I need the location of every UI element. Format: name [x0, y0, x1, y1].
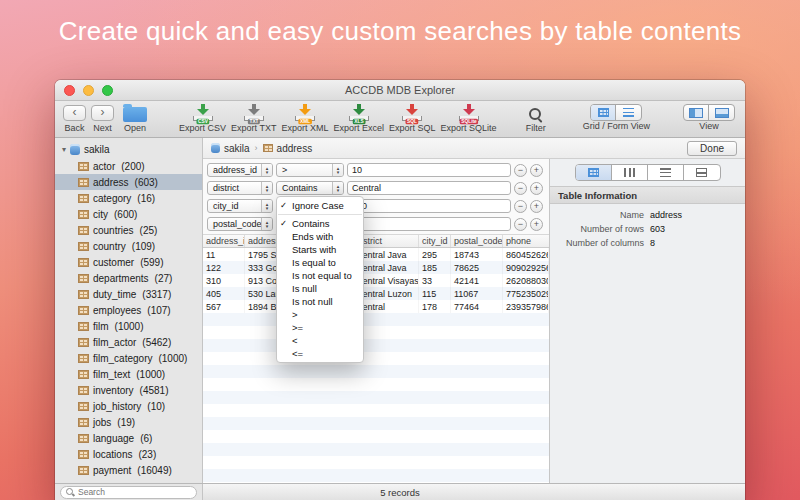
- sidebar-item-customer[interactable]: customer(599): [55, 254, 202, 270]
- add-filter-button[interactable]: +: [530, 182, 543, 195]
- sidebar-item-job_history[interactable]: job_history(10): [55, 398, 202, 414]
- table-row[interactable]: 122333 GoiniaCentral Java185786259090292…: [203, 261, 549, 274]
- filter-field-dropdown[interactable]: city_id▴▾: [207, 199, 273, 213]
- sidebar-search-input[interactable]: [78, 487, 191, 497]
- menu-item-is-not-equal-to[interactable]: Is not equal to: [277, 269, 363, 282]
- titlebar[interactable]: ACCDB MDB Explorer: [55, 80, 745, 101]
- sidebar-item-locations[interactable]: locations(23): [55, 446, 202, 462]
- sidebar-item-address[interactable]: address(603): [55, 174, 202, 190]
- next-button[interactable]: ›: [91, 105, 114, 121]
- menu-item-op[interactable]: >: [277, 308, 363, 321]
- sidebar-item-inventory[interactable]: inventory(4581): [55, 382, 202, 398]
- sidebar-item-departments[interactable]: departments(27): [55, 270, 202, 286]
- menu-item-is-not-null[interactable]: Is not null: [277, 295, 363, 308]
- export-sql-button[interactable]: SQLExport SQL: [389, 103, 436, 133]
- sidebar-item-countries[interactable]: countries(25): [55, 222, 202, 238]
- filter-value-input[interactable]: [347, 163, 511, 177]
- filter-field-dropdown[interactable]: address_id▴▾: [207, 163, 273, 177]
- remove-filter-button[interactable]: −: [514, 164, 527, 177]
- sidebar-item-city[interactable]: city(600): [55, 206, 202, 222]
- filter-value-input[interactable]: [347, 217, 511, 231]
- filter-operator-dropdown[interactable]: >▴▾: [276, 163, 344, 177]
- stepper-icon: ▴▾: [261, 200, 272, 212]
- open-label: Open: [124, 123, 146, 133]
- sidebar-item-country[interactable]: country(109): [55, 238, 202, 254]
- export-xls-button[interactable]: XLSExport Excel: [333, 103, 384, 133]
- info-field-label: Name: [556, 209, 644, 221]
- sidebar-item-label: film_text: [93, 369, 130, 380]
- sidebar-item-payment[interactable]: payment(16049): [55, 462, 202, 478]
- back-button[interactable]: ‹: [63, 105, 86, 121]
- table-row[interactable]: 111795 SantiaCentral Java295187438604526…: [203, 248, 549, 261]
- remove-filter-button[interactable]: −: [514, 200, 527, 213]
- sidebar-item-category[interactable]: category(16): [55, 190, 202, 206]
- table-row[interactable]: 405530 LausanCentral Luzon11511067775235…: [203, 287, 549, 300]
- menu-item-op[interactable]: <=: [277, 347, 363, 360]
- sidebar-search-zone: [55, 484, 203, 500]
- menu-item-op[interactable]: <: [277, 334, 363, 347]
- grid-form-view-item: Grid / Form View: [583, 103, 650, 131]
- filter-field-dropdown[interactable]: postal_code▴▾: [207, 217, 273, 231]
- tab-rows[interactable]: [648, 165, 684, 180]
- column-header-address-id[interactable]: address_id: [203, 235, 245, 247]
- close-window-button[interactable]: [64, 85, 75, 96]
- sidebar-item-sakila[interactable]: ▾ sakila: [55, 141, 202, 158]
- checkmark-icon: ✓: [280, 199, 287, 212]
- tab-table-info[interactable]: [576, 165, 612, 180]
- sidebar-layout-button[interactable]: [684, 105, 709, 120]
- table-row[interactable]: 310913 CoacalCentral Visayas334214126208…: [203, 274, 549, 287]
- menu-item-op[interactable]: >=: [277, 321, 363, 334]
- menu-item-starts-with[interactable]: Starts with: [277, 243, 363, 256]
- export-icon-wrap: XLS: [346, 103, 372, 123]
- filter-operator-dropdown[interactable]: Contains▴▾: [276, 181, 344, 195]
- grid-view-button[interactable]: [591, 105, 616, 120]
- export-csv-button[interactable]: CSVExport CSV: [179, 103, 226, 133]
- filter-field-dropdown[interactable]: district▴▾: [207, 181, 273, 195]
- export-txt-button[interactable]: TXTExport TXT: [231, 103, 276, 133]
- sidebar-item-actor[interactable]: actor(200): [55, 158, 202, 174]
- sidebar-item-count: (5462): [142, 337, 171, 348]
- open-button-item[interactable]: Open: [123, 103, 147, 133]
- remove-filter-button[interactable]: −: [514, 218, 527, 231]
- add-filter-button[interactable]: +: [530, 164, 543, 177]
- minimize-window-button[interactable]: [83, 85, 94, 96]
- menu-item-contains[interactable]: ✓Contains: [277, 217, 363, 230]
- sidebar-item-employees[interactable]: employees(107): [55, 302, 202, 318]
- bottombar-layout-button[interactable]: [709, 105, 734, 120]
- window-body: ▾ sakila actor(200)address(603)category(…: [55, 138, 745, 483]
- filter-value-input[interactable]: [347, 199, 511, 213]
- menu-item-ignore-case[interactable]: ✓ Ignore Case: [277, 199, 363, 212]
- breadcrumb-root[interactable]: sakila: [211, 143, 250, 154]
- column-header-city-id[interactable]: city_id: [419, 235, 451, 247]
- filter-value-input[interactable]: [347, 181, 511, 195]
- sidebar-search-field[interactable]: [60, 486, 197, 499]
- column-header-phone[interactable]: phone: [503, 235, 549, 247]
- sidebar-item-film_text[interactable]: film_text(1000): [55, 366, 202, 382]
- breadcrumb-table[interactable]: address: [263, 143, 313, 154]
- form-view-button[interactable]: [616, 105, 641, 120]
- back-button-item[interactable]: ‹ Back: [63, 103, 86, 133]
- add-filter-button[interactable]: +: [530, 218, 543, 231]
- column-header-postal-code[interactable]: postal_code: [451, 235, 503, 247]
- menu-item-is-equal-to[interactable]: Is equal to: [277, 256, 363, 269]
- export-sqlite-button[interactable]: SQLiteExport SQLite: [440, 103, 496, 133]
- menu-item-is-null[interactable]: Is null: [277, 282, 363, 295]
- sidebar-item-duty_time[interactable]: duty_time(3317): [55, 286, 202, 302]
- tab-columns[interactable]: [612, 165, 648, 180]
- sidebar-item-film[interactable]: film(1000): [55, 318, 202, 334]
- add-filter-button[interactable]: +: [530, 200, 543, 213]
- sidebar-item-jobs[interactable]: jobs(19): [55, 414, 202, 430]
- sidebar-item-language[interactable]: language(6): [55, 430, 202, 446]
- zoom-window-button[interactable]: [102, 85, 113, 96]
- tab-form[interactable]: [684, 165, 720, 180]
- export-xml-button[interactable]: XMLExport XML: [281, 103, 328, 133]
- done-button[interactable]: Done: [687, 141, 737, 156]
- sidebar-item-film_actor[interactable]: film_actor(5462): [55, 334, 202, 350]
- disclosure-triangle-icon[interactable]: ▾: [62, 145, 66, 154]
- filter-button-item[interactable]: Filter: [526, 103, 546, 133]
- remove-filter-button[interactable]: −: [514, 182, 527, 195]
- menu-item-ends-with[interactable]: Ends with: [277, 230, 363, 243]
- table-row[interactable]: 5671894 Boa VCentral1787746423935798666: [203, 300, 549, 313]
- sidebar-item-film_category[interactable]: film_category(1000): [55, 350, 202, 366]
- next-button-item[interactable]: › Next: [91, 103, 114, 133]
